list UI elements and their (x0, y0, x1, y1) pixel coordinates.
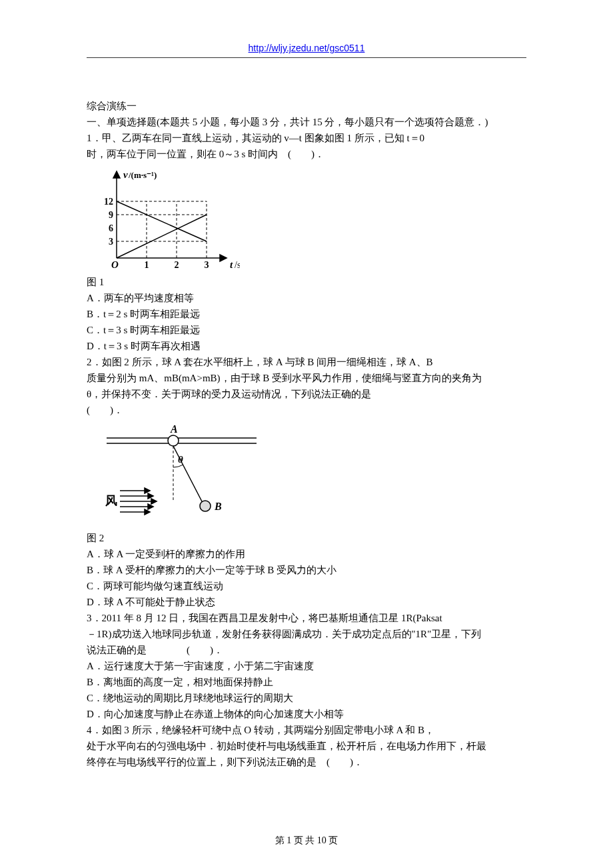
fig1-label: 图 1 (87, 274, 526, 290)
svg-marker-35 (151, 499, 157, 504)
svg-text:v: v (123, 169, 128, 180)
svg-marker-33 (148, 493, 153, 499)
svg-text:t: t (230, 259, 233, 270)
header: http://wljy.jzedu.net/gsc0511 (87, 40, 526, 58)
svg-text:/s: /s (235, 260, 240, 270)
svg-text:6: 6 (109, 223, 113, 233)
label-wind: 风 (105, 494, 117, 507)
q1-opt-a: A．两车的平均速度相等 (87, 290, 526, 306)
q3-opt-c: C．绕地运动的周期比月球绕地球运行的周期大 (87, 690, 526, 706)
svg-text:2: 2 (175, 260, 179, 270)
q4-line3: 终停在与电场线平行的位置上，则下列说法正确的是 ( )． (87, 754, 526, 770)
figure-1: 3 6 9 12 1 2 3 O t /s v /(m·s⁻¹) (87, 165, 526, 271)
q2-opt-b: B．球 A 受杆的摩擦力的大小一定等于球 B 受风力的大小 (87, 562, 526, 578)
doc-title: 综合演练一 (87, 98, 526, 114)
svg-point-29 (200, 501, 211, 511)
q2-line2: 质量分别为 mA、mB(mA>mB)，由于球 B 受到水平风力作用，使细绳与竖直… (87, 370, 526, 386)
q2-opt-d: D．球 A 不可能处于静止状态 (87, 594, 526, 610)
q1-opt-c: C．t＝3 s 时两车相距最远 (87, 322, 526, 338)
label-theta: θ (178, 454, 183, 465)
q4-line1: 4．如图 3 所示，绝缘轻杆可绕中点 O 转动，其两端分别固定带电小球 A 和 … (87, 722, 526, 738)
q2-opt-c: C．两球可能均做匀速直线运动 (87, 578, 526, 594)
svg-marker-37 (148, 504, 153, 509)
q3-line3: 说法正确的是 ( )． (87, 642, 526, 658)
q1-line1: 1．甲、乙两车在同一直线上运动，其运动的 v—t 图象如图 1 所示，已知 t＝… (87, 130, 526, 146)
q3-opt-b: B．离地面的高度一定，相对地面保持静止 (87, 674, 526, 690)
svg-text:1: 1 (145, 260, 149, 270)
svg-text:9: 9 (109, 210, 113, 220)
q2-opt-a: A．球 A 一定受到杆的摩擦力的作用 (87, 546, 526, 562)
q3-line1: 3．2011 年 8 月 12 日，我国在西昌卫星发射中心，将巴基斯坦通信卫星 … (87, 610, 526, 626)
q3-opt-d: D．向心加速度与静止在赤道上物体的向心加速度大小相等 (87, 706, 526, 722)
page-footer: 第 1 页 共 10 页 (87, 833, 526, 848)
q1-opt-b: B．t＝2 s 时两车相距最远 (87, 306, 526, 322)
section1-intro: 一、单项选择题(本题共 5 小题，每小题 3 分，共计 15 分，每小题只有一个… (87, 114, 526, 130)
svg-marker-3 (113, 171, 120, 178)
svg-marker-31 (145, 488, 150, 493)
q1-line2: 时，两车位于同一位置，则在 0～3 s 时间内 ( )． (87, 146, 526, 162)
svg-text:/(m·s⁻¹): /(m·s⁻¹) (128, 170, 157, 180)
figure-2: A θ B 风 (87, 421, 526, 527)
q2-line4: ( )． (87, 402, 526, 418)
q4-line2: 处于水平向右的匀强电场中．初始时使杆与电场线垂直，松开杆后，在电场力作用下，杆最 (87, 738, 526, 754)
q2-line3: θ，并保持不变．关于两球的受力及运动情况，下列说法正确的是 (87, 386, 526, 402)
svg-text:3: 3 (109, 237, 113, 247)
svg-marker-39 (145, 509, 150, 515)
q1-opt-d: D．t＝3 s 时两车再次相遇 (87, 338, 526, 354)
q2-line1: 2．如图 2 所示，球 A 套在水平细杆上，球 A 与球 B 间用一细绳相连，球… (87, 354, 526, 370)
label-A: A (170, 423, 178, 435)
svg-text:3: 3 (205, 260, 209, 270)
fig2-label: 图 2 (87, 530, 526, 546)
document-body: 综合演练一 一、单项选择题(本题共 5 小题，每小题 3 分，共计 15 分，每… (87, 98, 526, 770)
svg-marker-1 (220, 255, 227, 261)
label-B: B (214, 501, 222, 512)
page-number: 第 1 页 共 10 页 (275, 835, 338, 845)
svg-point-26 (168, 435, 179, 446)
svg-text:12: 12 (104, 197, 113, 207)
header-link[interactable]: http://wljy.jzedu.net/gsc0511 (249, 43, 365, 53)
q3-opt-a: A．运行速度大于第一宇宙速度，小于第二宇宙速度 (87, 658, 526, 674)
svg-text:O: O (111, 259, 119, 270)
q3-line2: －1R)成功送入地球同步轨道，发射任务获得圆满成功．关于成功定点后的"1R"卫星… (87, 626, 526, 642)
